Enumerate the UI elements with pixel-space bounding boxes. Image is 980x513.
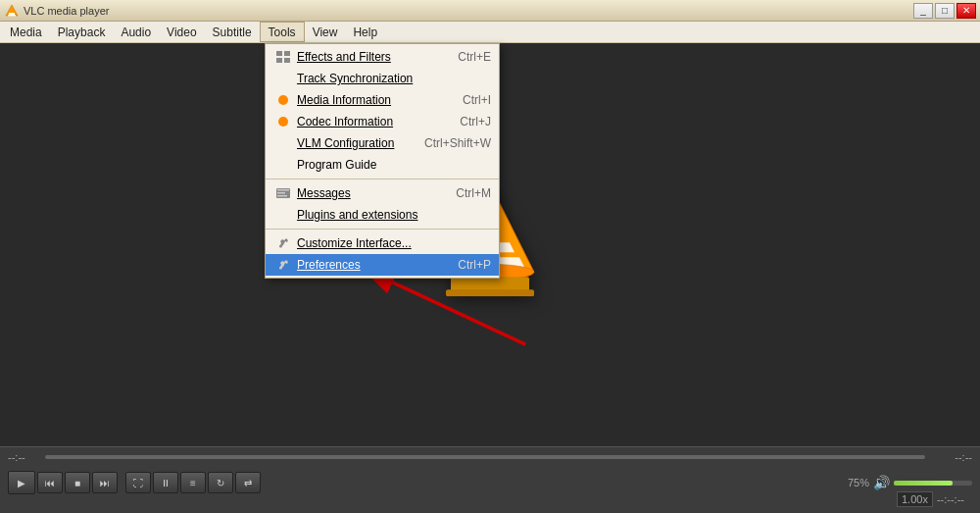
svg-rect-6 bbox=[284, 58, 290, 63]
svg-rect-17 bbox=[451, 277, 529, 291]
menu-item-track-sync[interactable]: Track Synchronization bbox=[266, 68, 499, 89]
menu-media[interactable]: Media bbox=[2, 22, 50, 42]
seek-bar-area: --:-- --:-- bbox=[0, 447, 980, 467]
plugins-label: Plugins and extensions bbox=[297, 208, 471, 222]
media-info-shortcut: Ctrl+I bbox=[463, 93, 491, 107]
title-buttons: _ □ ✕ bbox=[913, 3, 976, 19]
menu-item-customize[interactable]: Customize Interface... bbox=[266, 232, 499, 254]
customize-icon bbox=[273, 235, 293, 251]
preferences-icon bbox=[273, 257, 293, 273]
program-guide-label: Program Guide bbox=[297, 158, 471, 172]
controls-row: ▶ ⏮ ■ ⏭ ⛶ ⏸ ≡ ↻ ⇄ 75% 🔊 bbox=[0, 467, 980, 498]
media-info-icon bbox=[273, 92, 293, 108]
svg-point-12 bbox=[279, 267, 282, 270]
playback-speed: 1.00x bbox=[897, 491, 933, 507]
codec-info-icon bbox=[273, 114, 293, 129]
tools-dropdown-menu: Effects and Filters Ctrl+E Track Synchro… bbox=[265, 43, 500, 279]
effects-icon bbox=[273, 49, 293, 65]
menu-item-media-info[interactable]: Media Information Ctrl+I bbox=[266, 89, 499, 111]
close-button[interactable]: ✕ bbox=[956, 3, 976, 19]
menu-item-effects[interactable]: Effects and Filters Ctrl+E bbox=[266, 46, 499, 68]
plugins-icon bbox=[273, 207, 293, 223]
bottom-right-info: 1.00x --:--:-- bbox=[889, 489, 972, 509]
svg-rect-3 bbox=[276, 51, 282, 56]
svg-rect-10 bbox=[277, 195, 287, 197]
menu-item-vlm[interactable]: VLM Configuration Ctrl+Shift+W bbox=[266, 132, 499, 154]
menu-audio[interactable]: Audio bbox=[113, 22, 159, 42]
effects-label: Effects and Filters bbox=[297, 50, 438, 64]
playlist-button[interactable]: ≡ bbox=[180, 472, 206, 493]
seek-track[interactable] bbox=[45, 455, 925, 459]
view-buttons: ⛶ ⏸ ≡ ↻ ⇄ bbox=[125, 472, 261, 493]
minimize-button[interactable]: _ bbox=[913, 3, 933, 19]
messages-shortcut: Ctrl+M bbox=[456, 186, 491, 200]
messages-icon bbox=[273, 185, 293, 201]
menu-item-preferences[interactable]: Preferences Ctrl+P bbox=[266, 254, 499, 276]
volume-icon: 🔊 bbox=[873, 475, 890, 490]
menu-tools[interactable]: Tools bbox=[260, 22, 305, 42]
next-button[interactable]: ⏭ bbox=[92, 472, 118, 493]
svg-rect-2 bbox=[8, 15, 16, 17]
menu-item-plugins[interactable]: Plugins and extensions bbox=[266, 204, 499, 226]
maximize-button[interactable]: □ bbox=[935, 3, 955, 19]
seek-time-right: --:-- bbox=[933, 451, 972, 463]
menu-video[interactable]: Video bbox=[159, 22, 204, 42]
volume-fill bbox=[894, 481, 953, 486]
previous-button[interactable]: ⏮ bbox=[37, 472, 63, 493]
volume-percent: 75% bbox=[848, 477, 869, 488]
menu-item-program-guide[interactable]: Program Guide bbox=[266, 154, 499, 176]
messages-label: Messages bbox=[297, 186, 436, 200]
bottom-bar: --:-- --:-- ▶ ⏮ ■ ⏭ ⛶ ⏸ ≡ ↻ ⇄ 75% 🔊 1.0 bbox=[0, 446, 980, 513]
menu-help[interactable]: Help bbox=[345, 22, 385, 42]
menu-view[interactable]: View bbox=[305, 22, 346, 42]
codec-info-label: Codec Information bbox=[297, 115, 440, 128]
separator-1 bbox=[266, 179, 499, 180]
track-sync-icon bbox=[273, 71, 293, 86]
svg-rect-5 bbox=[276, 58, 282, 63]
title-text: VLC media player bbox=[24, 5, 109, 17]
customize-label: Customize Interface... bbox=[297, 236, 471, 250]
menu-item-codec-info[interactable]: Codec Information Ctrl+J bbox=[266, 111, 499, 132]
svg-rect-1 bbox=[9, 13, 15, 15]
media-info-label: Media Information bbox=[297, 93, 443, 107]
transport-buttons: ▶ ⏮ ■ ⏭ bbox=[8, 471, 118, 494]
volume-bar[interactable] bbox=[894, 481, 972, 486]
vlm-icon bbox=[273, 135, 293, 151]
svg-rect-4 bbox=[284, 51, 290, 56]
play-button[interactable]: ▶ bbox=[8, 471, 35, 494]
loop-button[interactable]: ↻ bbox=[208, 472, 233, 493]
volume-area: 75% 🔊 bbox=[848, 475, 972, 490]
menu-playback[interactable]: Playback bbox=[50, 22, 114, 42]
codec-info-shortcut: Ctrl+J bbox=[460, 115, 491, 128]
vlm-label: VLM Configuration bbox=[297, 136, 405, 150]
fullscreen-button[interactable]: ⛶ bbox=[125, 472, 151, 493]
vlc-title-icon bbox=[4, 3, 20, 19]
svg-rect-9 bbox=[277, 192, 285, 194]
separator-2 bbox=[266, 229, 499, 230]
menu-bar: Media Playback Audio Video Subtitle Tool… bbox=[0, 22, 980, 43]
random-button[interactable]: ⇄ bbox=[235, 472, 261, 493]
track-sync-label: Track Synchronization bbox=[297, 72, 471, 85]
preferences-shortcut: Ctrl+P bbox=[458, 258, 491, 272]
menu-item-messages[interactable]: Messages Ctrl+M bbox=[266, 182, 499, 204]
svg-point-11 bbox=[279, 245, 282, 248]
stop-button[interactable]: ■ bbox=[65, 472, 90, 493]
vlm-shortcut: Ctrl+Shift+W bbox=[424, 136, 491, 150]
svg-rect-8 bbox=[277, 189, 289, 191]
seek-time-left: --:-- bbox=[8, 451, 37, 463]
title-bar: VLC media player _ □ ✕ bbox=[0, 0, 980, 22]
preferences-label: Preferences bbox=[297, 258, 438, 272]
title-left: VLC media player bbox=[4, 3, 109, 19]
effects-shortcut: Ctrl+E bbox=[458, 50, 491, 64]
svg-rect-18 bbox=[446, 289, 534, 296]
time-display: --:--:-- bbox=[937, 493, 964, 505]
frame-button[interactable]: ⏸ bbox=[153, 472, 178, 493]
menu-subtitle[interactable]: Subtitle bbox=[205, 22, 260, 42]
program-guide-icon bbox=[273, 157, 293, 173]
